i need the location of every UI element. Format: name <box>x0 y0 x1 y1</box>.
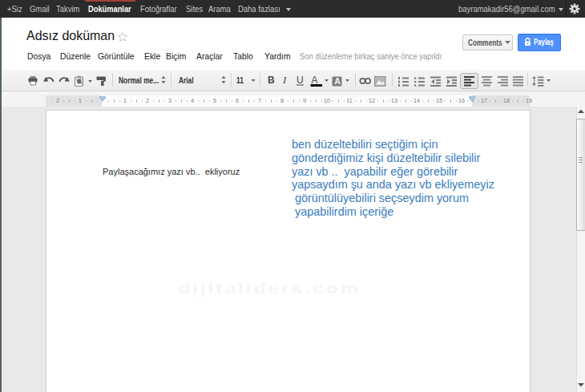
svg-text:U: U <box>297 75 304 86</box>
svg-text:A: A <box>312 75 318 86</box>
svg-text:B: B <box>268 75 275 86</box>
svg-text:I: I <box>282 74 287 86</box>
svg-text:A: A <box>334 76 341 86</box>
